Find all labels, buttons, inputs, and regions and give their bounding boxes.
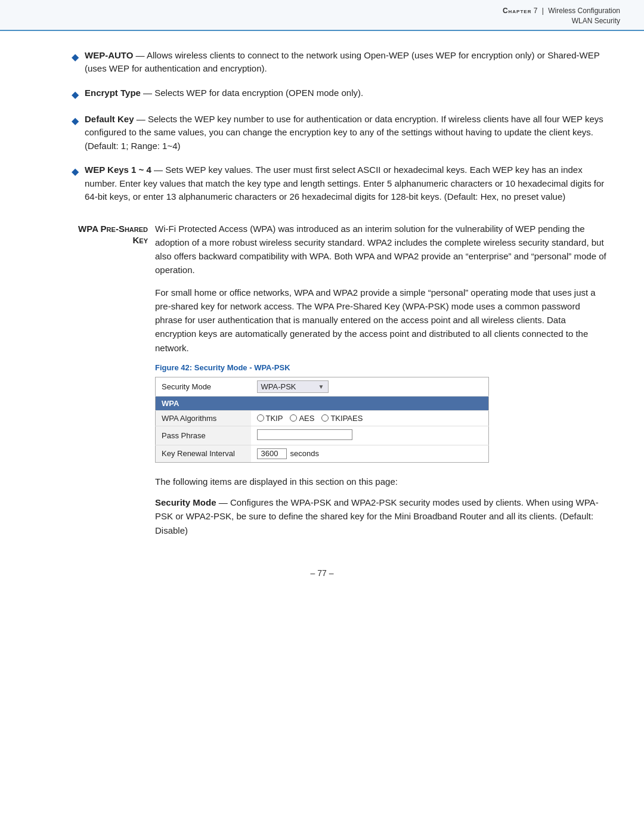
radio-label-aes: AES [299, 414, 314, 423]
passphrase-label: Pass Phrase [156, 426, 251, 445]
wpa-label-line2: Key [36, 234, 148, 246]
wpa-section-header-cell: WPA [156, 396, 489, 410]
algorithms-label: WPA Algorithms [156, 410, 251, 426]
list-item: ◆ Default Key — Selects the WEP key numb… [72, 113, 608, 153]
list-item: ◆ WEP Keys 1 ~ 4 — Sets WEP key values. … [72, 163, 608, 204]
bullet-dash: — [137, 114, 148, 124]
wpa-label-main: WPA Pre-Shared Key [36, 224, 148, 246]
header-subtitle: WLAN Security [503, 16, 620, 26]
radio-circle-tkip [257, 414, 264, 422]
footer-section: The following items are displayed in thi… [155, 475, 608, 537]
page-header: Chapter 7 | Wireless Configuration WLAN … [0, 0, 644, 31]
dropdown-selected-value: WPA-PSK [261, 382, 296, 391]
table-section-header-wpa: WPA [156, 396, 489, 410]
security-mode-dropdown[interactable]: WPA-PSK ▼ [257, 380, 329, 393]
wpa-label-line1: WPA Pre-Shared [78, 224, 148, 234]
dropdown-arrow-icon: ▼ [318, 383, 324, 390]
bullet-term: WEP Keys 1 ~ 4 [85, 165, 151, 175]
bullet-diamond: ◆ [72, 88, 79, 102]
renewal-input[interactable]: 3600 [257, 448, 287, 459]
bullet-dash: — [143, 88, 154, 98]
footer-para2: Security Mode — Configures the WPA-PSK a… [155, 496, 608, 537]
passphrase-value [251, 426, 489, 445]
header-separator: | [542, 7, 544, 15]
bullet-term: WEP-AUTO [85, 50, 133, 60]
bullet-text: Encrypt Type — Selects WEP for data encr… [85, 86, 608, 100]
renewal-unit: seconds [290, 449, 319, 458]
main-content: ◆ WEP-AUTO — Allows wireless clients to … [0, 31, 644, 614]
chapter-label: Chapter [503, 7, 532, 15]
figure-caption: Figure 42: Security Mode - WPA-PSK [155, 363, 608, 372]
security-mode-value: WPA-PSK ▼ [251, 377, 489, 396]
radio-tkip[interactable]: TKIP [257, 414, 283, 423]
list-item: ◆ Encrypt Type — Selects WEP for data en… [72, 86, 608, 102]
bullet-diamond: ◆ [72, 165, 79, 179]
bullet-description: Selects WEP for data encryption (OPEN mo… [154, 88, 363, 98]
renewal-input-value: 3600 [259, 449, 278, 458]
footer-term: Security Mode [155, 497, 216, 507]
wpa-section: WPA Pre-Shared Key Wi-Fi Protected Acces… [36, 222, 608, 544]
wpa-psk-table: Security Mode WPA-PSK ▼ WPA WPA Algorith… [155, 377, 489, 463]
renewal-value: 3600 seconds [251, 445, 489, 462]
renewal-label: Key Renewal Interval [156, 445, 251, 462]
wpa-content-col: Wi-Fi Protected Access (WPA) was introdu… [155, 222, 608, 544]
header-chapter: Chapter 7 | Wireless Configuration [503, 6, 620, 16]
table-row-algorithms: WPA Algorithms TKIP AES [156, 410, 489, 426]
page-number: – 77 – [36, 568, 608, 590]
radio-circle-tkipaes [321, 414, 329, 422]
table-row-renewal: Key Renewal Interval 3600 seconds [156, 445, 489, 462]
wpa-intro-para1: Wi-Fi Protected Access (WPA) was introdu… [155, 222, 608, 277]
bullet-diamond: ◆ [72, 114, 79, 128]
radio-aes[interactable]: AES [290, 414, 314, 423]
radio-label-tkip: TKIP [266, 414, 283, 423]
bullet-text: Default Key — Selects the WEP key number… [85, 113, 608, 153]
bullet-term: Encrypt Type [85, 88, 141, 98]
chapter-number: 7 [534, 7, 538, 15]
chapter-title: Wireless Configuration [548, 7, 620, 15]
bullet-text: WEP-AUTO — Allows wireless clients to co… [85, 49, 608, 76]
footer-dash: — [219, 497, 230, 507]
passphrase-input[interactable] [257, 429, 352, 440]
wpa-label-key: Key [132, 235, 148, 245]
radio-label-tkipaes: TKIPAES [330, 414, 363, 423]
bullet-diamond: ◆ [72, 50, 79, 64]
list-item: ◆ WEP-AUTO — Allows wireless clients to … [72, 49, 608, 76]
wpa-label-col: WPA Pre-Shared Key [36, 222, 155, 544]
bullet-text: WEP Keys 1 ~ 4 — Sets WEP key values. Th… [85, 163, 608, 204]
bullet-list: ◆ WEP-AUTO — Allows wireless clients to … [72, 49, 608, 204]
bullet-dash: — [136, 50, 147, 60]
bullet-dash: — [154, 165, 165, 175]
footer-para1: The following items are displayed in thi… [155, 475, 608, 488]
table-row-security-mode: Security Mode WPA-PSK ▼ [156, 377, 489, 396]
radio-tkipaes[interactable]: TKIPAES [321, 414, 363, 423]
header-right: Chapter 7 | Wireless Configuration WLAN … [503, 6, 620, 26]
security-mode-label: Security Mode [156, 377, 251, 396]
radio-circle-aes [290, 414, 297, 422]
bullet-description: Allows wireless clients to connect to th… [85, 50, 599, 74]
renewal-row: 3600 seconds [257, 448, 483, 459]
table-row-passphrase: Pass Phrase [156, 426, 489, 445]
wpa-intro-para2: For small home or office networks, WPA a… [155, 286, 608, 355]
algorithms-radio-group: TKIP AES TKIPAES [257, 414, 483, 423]
bullet-term: Default Key [85, 114, 134, 124]
bullet-description: Selects the WEP key number to use for au… [85, 114, 603, 151]
algorithms-value: TKIP AES TKIPAES [251, 410, 489, 426]
